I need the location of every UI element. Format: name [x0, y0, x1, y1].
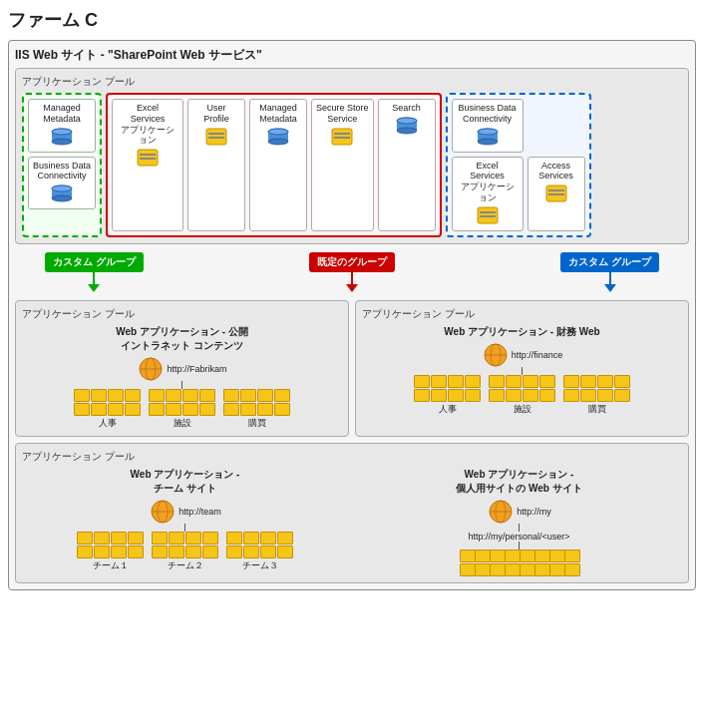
right-subsite-jinnji: 人事 [439, 403, 457, 416]
sub-site-icon [489, 375, 505, 388]
lower-left-pool-label: アプリケーション プール [22, 307, 342, 321]
team2-label: チーム２ [168, 559, 203, 572]
svg-rect-34 [548, 193, 564, 195]
service-card-managed-meta-2: ManagedMetadata [249, 99, 307, 231]
personal-site-section: Web アプリケーション -個人用サイトの Web サイト http://my … [356, 468, 682, 576]
sub-site-icon [448, 389, 464, 402]
personal-site-icon [460, 549, 476, 562]
main-app-pool-label: アプリケーション プール [22, 75, 682, 89]
lower-right-app-pool: アプリケーション プール Web アプリケーション - 財務 Web http:… [355, 300, 689, 437]
personal-site-icon [490, 549, 506, 562]
sub-site-icon [74, 389, 90, 402]
sub-site-icon [202, 532, 218, 545]
sub-site-icon [240, 389, 256, 402]
sub-site-icon [226, 532, 242, 545]
sub-site-icon [128, 546, 144, 558]
sub-site-icon [77, 532, 93, 545]
center-group-column: 既定のグループ [309, 252, 395, 292]
service-card-managed-meta-1: ManagedMetadata [28, 99, 96, 153]
svg-point-17 [268, 129, 288, 135]
sub-site-icon [240, 403, 256, 416]
subsite-label-kounyu: 購買 [248, 417, 266, 430]
sub-site-icon [128, 532, 144, 545]
sub-site-icon [152, 546, 168, 558]
svg-rect-12 [208, 133, 224, 135]
my-url: http://my [517, 507, 551, 517]
sub-site-icon [74, 403, 90, 416]
svg-rect-19 [334, 133, 350, 135]
personal-site-icon [505, 549, 521, 562]
sub-site-icon [94, 532, 110, 545]
personal-site-icon [520, 549, 535, 562]
personal-url: http://my/personal/<user> [468, 532, 569, 542]
lower-right-web-app-title: Web アプリケーション - 財務 Web [362, 325, 682, 339]
service-card-bdc-2: Business DataConnectivity [452, 99, 524, 153]
lower-left-web-app-title: Web アプリケーション - 公開イントラネット コンテンツ [22, 325, 342, 353]
lower-right-pool-label: アプリケーション プール [362, 307, 682, 321]
sub-site-icon [111, 532, 127, 545]
sub-site-icon [465, 375, 481, 388]
sub-site-icon [431, 375, 447, 388]
service-card-bdc-1: Business DataConnectivity [28, 157, 96, 210]
svg-rect-33 [548, 189, 564, 191]
server-icon-access [545, 184, 567, 202]
sub-site-icon [223, 403, 239, 416]
svg-rect-9 [140, 154, 156, 156]
globe-icon-left [137, 357, 165, 381]
personal-site-icon [549, 563, 565, 576]
db-icon-4 [477, 128, 499, 146]
sub-site-icon [169, 546, 184, 558]
globe-icon-personal [487, 500, 515, 524]
sub-site-icon [182, 403, 198, 416]
sub-site-icon [506, 375, 522, 388]
svg-point-28 [478, 129, 498, 135]
bottom-pool-label: アプリケーション プール [22, 450, 682, 464]
sub-site-icon [185, 546, 201, 558]
sub-site-icon [523, 389, 538, 402]
sub-site-icon [91, 403, 107, 416]
sub-site-icon [260, 546, 276, 558]
fabrikam-url: http://Fabrikam [167, 364, 226, 374]
service-card-user-profile: UserProfile [187, 99, 245, 231]
sub-site-icon [152, 532, 168, 545]
sub-site-icon [523, 375, 538, 388]
sub-site-icon [539, 375, 555, 388]
sub-site-icon [563, 375, 579, 388]
personal-site-icon [475, 549, 491, 562]
server-icon-userprofile [205, 128, 227, 146]
sub-site-icon [506, 389, 522, 402]
sub-site-icon [243, 532, 259, 545]
sub-site-icon [166, 389, 181, 402]
team-url: http://team [178, 507, 221, 517]
sub-site-icon [149, 389, 165, 402]
service-card-excel-svc: ExcelServicesアプリケーション [112, 99, 183, 231]
sub-site-icon [414, 375, 430, 388]
sub-site-icon [243, 546, 259, 558]
db-icon-search [396, 117, 418, 135]
sub-site-icon [199, 389, 215, 402]
svg-point-6 [52, 195, 72, 201]
sub-site-icon [597, 389, 613, 402]
team1-label: チーム１ [93, 559, 129, 572]
sub-site-icon [94, 546, 110, 558]
right-subsite-shisetsu: 施設 [514, 403, 531, 416]
lower-left-app-pool: アプリケーション プール Web アプリケーション - 公開イントラネット コン… [15, 300, 349, 437]
svg-point-24 [397, 118, 417, 124]
sub-site-icon [125, 403, 141, 416]
sub-site-icon [277, 546, 293, 558]
sub-site-icon [166, 403, 181, 416]
personal-site-icon [505, 563, 521, 576]
personal-site-icon [490, 563, 506, 576]
personal-site-icon [534, 549, 550, 562]
sub-site-icon [77, 546, 93, 558]
svg-point-27 [478, 139, 498, 145]
sub-site-icon [108, 389, 124, 402]
server-icon-excel [137, 149, 159, 167]
sub-site-icon [277, 532, 293, 545]
team-site-section: Web アプリケーション -チーム サイト http://team [22, 468, 348, 576]
page-title: ファーム C [8, 8, 696, 32]
sub-site-icon [448, 375, 464, 388]
svg-rect-31 [480, 215, 496, 217]
db-icon-2 [51, 184, 73, 202]
sub-site-icon [597, 375, 613, 388]
